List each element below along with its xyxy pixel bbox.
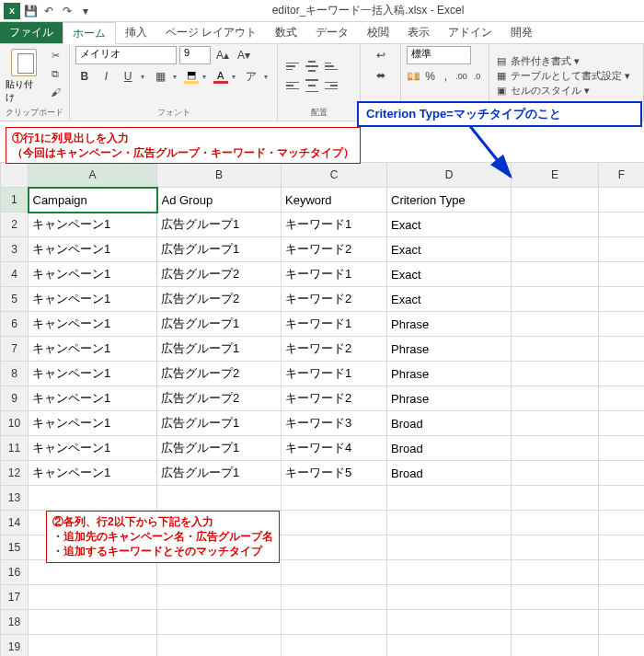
- redo-icon[interactable]: ↷: [59, 3, 75, 19]
- border-button[interactable]: ▦: [152, 67, 170, 86]
- border-more-icon[interactable]: ▾: [173, 73, 180, 81]
- cell-E1[interactable]: [512, 188, 599, 213]
- cell-F6[interactable]: [599, 312, 645, 337]
- align-center-icon[interactable]: [303, 76, 321, 95]
- wrap-text-icon[interactable]: ↩: [372, 46, 390, 64]
- row-header[interactable]: 8: [1, 362, 29, 386]
- cell-D6[interactable]: Phrase: [387, 312, 512, 337]
- tab-home[interactable]: ホーム: [63, 22, 116, 44]
- cell-C15[interactable]: [282, 535, 387, 560]
- cell-styles-button[interactable]: ▣セルのスタイル ▾: [495, 84, 630, 98]
- cell-E9[interactable]: [512, 386, 599, 411]
- bold-button[interactable]: B: [75, 67, 94, 86]
- italic-button[interactable]: I: [98, 67, 116, 86]
- cell-B3[interactable]: 広告グループ1: [157, 237, 282, 262]
- align-middle-icon[interactable]: [303, 57, 321, 75]
- conditional-format-button[interactable]: ▤条件付き書式 ▾: [495, 54, 630, 68]
- underline-button[interactable]: U: [119, 67, 137, 86]
- cell-E5[interactable]: [512, 287, 599, 312]
- font-size-select[interactable]: 9: [179, 46, 211, 64]
- cell-B4[interactable]: 広告グループ2: [157, 262, 282, 287]
- cell-F10[interactable]: [599, 411, 645, 436]
- cell-C11[interactable]: キーワード4: [282, 436, 387, 461]
- currency-icon[interactable]: 💴: [407, 67, 420, 86]
- cell-F18[interactable]: [599, 610, 645, 635]
- tab-view[interactable]: 表示: [398, 22, 439, 43]
- align-left-icon[interactable]: [283, 76, 302, 95]
- cell-D3[interactable]: Exact: [387, 237, 512, 262]
- cell-A2[interactable]: キャンペーン1: [29, 213, 157, 237]
- number-format-select[interactable]: 標準: [407, 46, 471, 64]
- font-color-button[interactable]: A: [213, 69, 228, 84]
- cell-A11[interactable]: キャンペーン1: [29, 436, 157, 461]
- row-header[interactable]: 7: [1, 337, 29, 362]
- phonetic-button[interactable]: ア: [243, 67, 261, 86]
- row-header[interactable]: 11: [1, 436, 29, 461]
- cell-A10[interactable]: キャンペーン1: [29, 411, 157, 436]
- cell-A16[interactable]: [29, 560, 157, 585]
- row-header[interactable]: 2: [1, 213, 29, 237]
- cell-C13[interactable]: [282, 486, 387, 511]
- row-header[interactable]: 17: [1, 585, 29, 610]
- tab-insert[interactable]: 挿入: [116, 22, 156, 43]
- cell-D1[interactable]: Criterion Type: [387, 188, 512, 213]
- cell-D8[interactable]: Phrase: [387, 362, 512, 386]
- cell-C19[interactable]: [282, 635, 387, 657]
- cell-B13[interactable]: [157, 486, 282, 511]
- cell-F13[interactable]: [599, 486, 645, 511]
- cell-C17[interactable]: [282, 585, 387, 610]
- fontcolor-more-icon[interactable]: ▾: [232, 73, 239, 81]
- cell-E19[interactable]: [512, 635, 599, 657]
- cell-C8[interactable]: キーワード1: [282, 362, 387, 386]
- cell-E15[interactable]: [512, 535, 599, 560]
- cell-F2[interactable]: [599, 213, 645, 237]
- cell-C9[interactable]: キーワード2: [282, 386, 387, 411]
- row-header[interactable]: 19: [1, 635, 29, 657]
- cell-B16[interactable]: [157, 560, 282, 585]
- tab-layout[interactable]: ページ レイアウト: [156, 22, 266, 43]
- cell-B5[interactable]: 広告グループ2: [157, 287, 282, 312]
- cell-B19[interactable]: [157, 635, 282, 657]
- cell-F19[interactable]: [599, 635, 645, 657]
- row-header[interactable]: 10: [1, 411, 29, 436]
- qat-more-icon[interactable]: ▾: [77, 3, 94, 19]
- cell-E18[interactable]: [512, 610, 599, 635]
- row-header[interactable]: 5: [1, 287, 29, 312]
- format-painter-icon[interactable]: 🖌: [47, 86, 63, 103]
- cell-A8[interactable]: キャンペーン1: [29, 362, 157, 386]
- cell-D16[interactable]: [387, 560, 512, 585]
- cell-E17[interactable]: [512, 585, 599, 610]
- cell-C10[interactable]: キーワード3: [282, 411, 387, 436]
- cell-A1[interactable]: Campaign: [29, 188, 157, 213]
- cell-D13[interactable]: [387, 486, 512, 511]
- cell-E8[interactable]: [512, 362, 599, 386]
- merge-center-icon[interactable]: ⬌: [372, 66, 390, 85]
- cell-C12[interactable]: キーワード5: [282, 461, 387, 486]
- cell-A12[interactable]: キャンペーン1: [29, 461, 157, 486]
- tab-file[interactable]: ファイル: [0, 22, 63, 43]
- row-header[interactable]: 1: [1, 188, 29, 213]
- align-top-icon[interactable]: [283, 57, 302, 75]
- row-header[interactable]: 14: [1, 511, 29, 535]
- cell-A3[interactable]: キャンペーン1: [29, 237, 157, 262]
- cell-B2[interactable]: 広告グループ1: [157, 213, 282, 237]
- cell-F7[interactable]: [599, 337, 645, 362]
- cell-F16[interactable]: [599, 560, 645, 585]
- cell-A7[interactable]: キャンペーン1: [29, 337, 157, 362]
- row-header[interactable]: 6: [1, 312, 29, 337]
- cell-C5[interactable]: キーワード2: [282, 287, 387, 312]
- grow-font-icon[interactable]: A▴: [213, 46, 232, 64]
- cell-C6[interactable]: キーワード1: [282, 312, 387, 337]
- cell-F3[interactable]: [599, 237, 645, 262]
- cell-A5[interactable]: キャンペーン1: [29, 287, 157, 312]
- cell-B6[interactable]: 広告グループ1: [157, 312, 282, 337]
- cell-A9[interactable]: キャンペーン1: [29, 386, 157, 411]
- cell-F11[interactable]: [599, 436, 645, 461]
- align-bottom-icon[interactable]: [322, 57, 340, 75]
- cell-E7[interactable]: [512, 337, 599, 362]
- cell-D18[interactable]: [387, 610, 512, 635]
- cell-D14[interactable]: [387, 511, 512, 535]
- cell-F14[interactable]: [599, 511, 645, 535]
- cell-F17[interactable]: [599, 585, 645, 610]
- cell-F5[interactable]: [599, 287, 645, 312]
